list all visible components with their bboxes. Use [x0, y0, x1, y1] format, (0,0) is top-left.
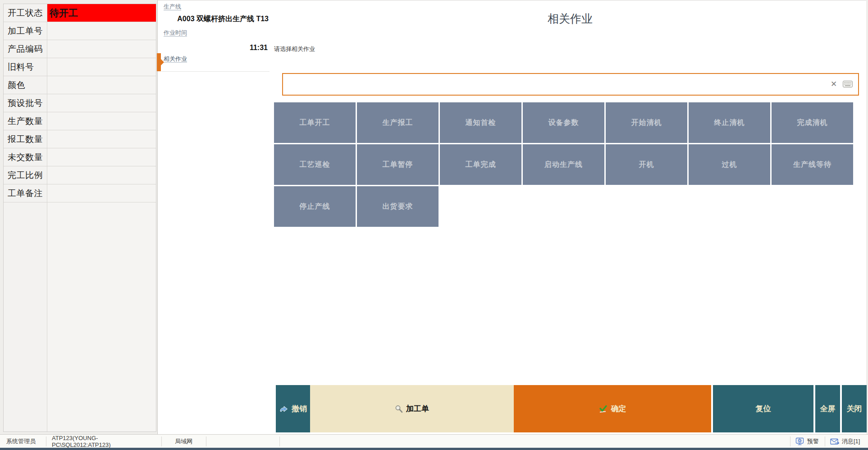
- info-value: [47, 112, 156, 130]
- info-row-color: 颜色: [4, 76, 156, 94]
- action-equipment-params[interactable]: 设备参数: [523, 102, 604, 143]
- panel-divider: [161, 71, 270, 72]
- tab-related-jobs-label: 相关作业: [164, 55, 187, 63]
- select-job-hint: 请选择相关作业: [274, 45, 315, 53]
- content-area: 生产线 A003 双螺杆挤出生产线 T13 作业时间 11:31 相关作业 相关…: [157, 0, 866, 434]
- keyboard-icon[interactable]: [843, 81, 853, 87]
- action-line-waiting[interactable]: 生产线等待: [772, 144, 853, 185]
- undo-icon: [279, 405, 288, 413]
- alert-button-label: 预警: [807, 437, 819, 445]
- action-finish-cleaning[interactable]: 完成清机: [772, 102, 853, 143]
- related-actions-grid: 工单开工 生产报工 通知首检 设备参数 开始清机 终止清机 完成清机 工艺巡检 …: [274, 102, 856, 227]
- job-time-value: 11:31: [164, 44, 268, 52]
- confirm-button[interactable]: 确定: [514, 385, 711, 432]
- info-value: [47, 184, 156, 202]
- reset-button[interactable]: 复位: [713, 385, 813, 432]
- info-value: [47, 76, 156, 94]
- info-value: [47, 22, 156, 40]
- info-row-undelivered-qty: 未交数量: [4, 148, 156, 166]
- process-order-button[interactable]: 加工单: [310, 385, 514, 432]
- info-row-start-status: 开工状态 待开工: [4, 4, 156, 22]
- fullscreen-button[interactable]: 全屏: [815, 385, 840, 432]
- message-button[interactable]: 消息[1]: [830, 435, 860, 448]
- info-label: 开工状态: [4, 4, 47, 22]
- info-value: [47, 94, 156, 112]
- actions-row-3: 停止产线 出货要求: [274, 186, 856, 227]
- user-label: 系统管理员: [6, 435, 36, 448]
- info-label: 颜色: [4, 76, 47, 94]
- action-power-on[interactable]: 开机: [606, 144, 687, 185]
- confirm-button-label: 确定: [611, 404, 626, 414]
- info-row-preset-batch: 预设批号: [4, 94, 156, 112]
- info-row-order-no: 加工单号: [4, 22, 156, 40]
- reset-button-label: 复位: [756, 404, 771, 414]
- magnifier-icon: [395, 405, 403, 413]
- production-line-label: 生产线: [164, 3, 181, 11]
- status-badge: 待开工: [47, 4, 156, 22]
- statusbar-divider: [279, 436, 280, 446]
- info-row-old-part-no: 旧料号: [4, 58, 156, 76]
- info-row-order-remark: 工单备注: [4, 184, 156, 202]
- production-line-value: A003 双螺杆挤出生产线 T13: [164, 14, 269, 24]
- related-job-input-box: ✕: [282, 73, 859, 96]
- app-window: 开工状态 待开工 加工单号 产品编码 旧料号 颜色 预设批号 生产数量 报工数量: [0, 0, 868, 450]
- action-workorder-pause[interactable]: 工单暂停: [357, 144, 439, 185]
- info-row-completion-ratio: 完工比例: [4, 166, 156, 184]
- fullscreen-button-label: 全屏: [820, 404, 836, 414]
- monitor-gear-icon: [795, 437, 805, 445]
- tab-related-jobs[interactable]: 相关作业: [157, 52, 271, 71]
- action-start-cleaning[interactable]: 开始清机: [606, 102, 687, 143]
- action-notify-first-inspection[interactable]: 通知首检: [440, 102, 521, 143]
- info-row-product-code: 产品编码: [4, 40, 156, 58]
- envelope-icon: [830, 438, 840, 445]
- info-label: 未交数量: [4, 148, 47, 166]
- process-order-button-label: 加工单: [406, 404, 429, 414]
- undo-button[interactable]: 撤销: [276, 385, 310, 432]
- info-filler-value-col: [47, 202, 156, 432]
- active-tab-indicator: [157, 53, 161, 71]
- window-bottom-edge: [0, 448, 868, 450]
- workorder-info-panel: 开工状态 待开工 加工单号 产品编码 旧料号 颜色 预设批号 生产数量 报工数量: [3, 4, 156, 432]
- info-value: [47, 130, 156, 148]
- info-value: [47, 40, 156, 58]
- actions-row-1: 工单开工 生产报工 通知首检 设备参数 开始清机 终止清机 完成清机: [274, 102, 856, 143]
- action-process-patrol[interactable]: 工艺巡检: [274, 144, 356, 185]
- message-button-label: 消息[1]: [842, 437, 860, 445]
- info-label: 预设批号: [4, 94, 47, 112]
- database-label: ATP123(YOUNG-PC\SQL2012:ATP123): [52, 435, 156, 448]
- action-pass-machine[interactable]: 过机: [689, 144, 770, 185]
- action-shipping-request[interactable]: 出货要求: [357, 186, 439, 227]
- undo-button-label: 撤销: [292, 404, 307, 414]
- check-icon: [599, 405, 608, 413]
- statusbar-divider: [206, 436, 206, 446]
- info-value: [47, 148, 156, 166]
- info-label: 加工单号: [4, 22, 47, 40]
- info-value: [47, 58, 156, 76]
- statusbar-divider: [825, 436, 825, 446]
- info-label: 产品编码: [4, 40, 47, 58]
- clear-icon[interactable]: ✕: [829, 80, 838, 89]
- action-workorder-start[interactable]: 工单开工: [274, 102, 356, 143]
- alert-button[interactable]: 预警: [795, 435, 819, 448]
- info-filler-label-col: [4, 202, 47, 432]
- action-abort-cleaning[interactable]: 终止清机: [689, 102, 770, 143]
- action-start-line[interactable]: 启动生产线: [523, 144, 604, 185]
- actions-row-2: 工艺巡检 工单暂停 工单完成 启动生产线 开机 过机 生产线等待: [274, 144, 856, 185]
- job-time-label: 作业时间: [164, 29, 187, 37]
- action-stop-line[interactable]: 停止产线: [274, 186, 356, 227]
- statusbar-divider: [46, 436, 46, 446]
- close-button-label: 关闭: [847, 404, 862, 414]
- close-button[interactable]: 关闭: [842, 385, 867, 432]
- info-label: 生产数量: [4, 112, 47, 130]
- info-value: [47, 166, 156, 184]
- info-label: 完工比例: [4, 166, 47, 184]
- statusbar-divider: [790, 436, 790, 446]
- info-row-reported-qty: 报工数量: [4, 130, 156, 148]
- network-label: 局域网: [161, 435, 206, 448]
- info-label: 报工数量: [4, 130, 47, 148]
- info-label: 旧料号: [4, 58, 47, 76]
- action-production-report[interactable]: 生产报工: [357, 102, 439, 143]
- page-title: 相关作业: [532, 11, 608, 26]
- action-workorder-complete[interactable]: 工单完成: [440, 144, 521, 185]
- related-job-input[interactable]: [285, 75, 823, 95]
